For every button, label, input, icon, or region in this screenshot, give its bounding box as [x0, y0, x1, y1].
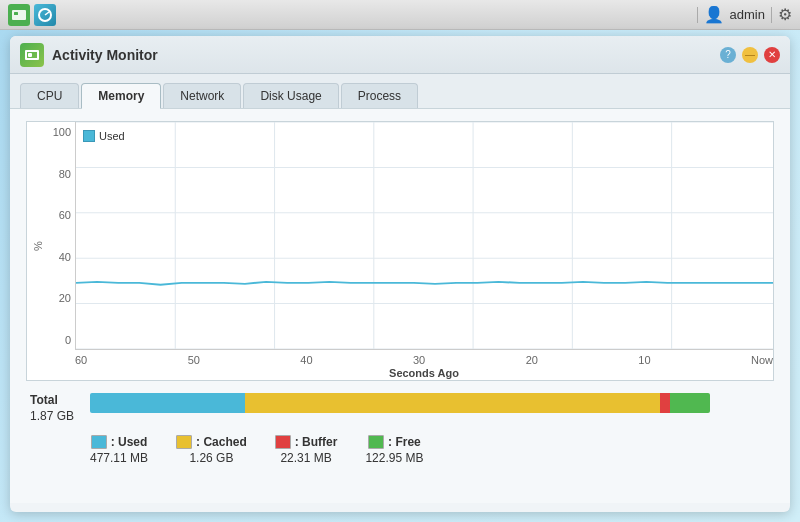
- legend-value-used: 477.11 MB: [90, 451, 148, 465]
- x-label-20: 20: [526, 354, 538, 366]
- legend-row-used: : Used: [91, 435, 148, 449]
- legend-value-free: 122.95 MB: [365, 451, 423, 465]
- legend-label-buffer: : Buffer: [295, 435, 338, 449]
- help-button[interactable]: ?: [720, 47, 736, 63]
- top-bar: 👤 admin ⚙: [0, 0, 800, 30]
- total-row: Total 1.87 GB: [30, 393, 770, 429]
- memory-bar: [90, 393, 710, 413]
- color-box-free: [368, 435, 384, 449]
- legend-row-cached: : Cached: [176, 435, 247, 449]
- memory-bar-free: [670, 393, 710, 413]
- x-label-40: 40: [300, 354, 312, 366]
- top-bar-divider: [697, 7, 698, 23]
- memory-bar-buffer: [660, 393, 669, 413]
- tab-network[interactable]: Network: [163, 83, 241, 108]
- tab-process[interactable]: Process: [341, 83, 418, 108]
- tab-bar: CPU Memory Network Disk Usage Process: [10, 74, 790, 109]
- username-label: admin: [730, 7, 765, 22]
- chart-svg: [76, 122, 773, 349]
- y-label-80: 80: [31, 168, 71, 180]
- y-axis-label: %: [32, 241, 44, 251]
- y-label-20: 20: [31, 292, 71, 304]
- legend-row-free: : Free: [368, 435, 421, 449]
- color-box-buffer: [275, 435, 291, 449]
- activity-monitor-window: Activity Monitor ? — ✕ CPU Memory Networ…: [10, 36, 790, 512]
- legend-item-buffer: : Buffer 22.31 MB: [275, 435, 338, 465]
- total-text-col: Total 1.87 GB: [30, 393, 90, 429]
- title-left: Activity Monitor: [20, 43, 158, 67]
- top-bar-divider2: [771, 7, 772, 23]
- y-label-40: 40: [31, 251, 71, 263]
- total-size: 1.87 GB: [30, 409, 90, 423]
- chart-svg-area: [75, 122, 773, 350]
- x-label-10: 10: [638, 354, 650, 366]
- user-icon: 👤: [704, 5, 724, 24]
- svg-rect-1: [14, 12, 18, 15]
- settings-icon[interactable]: ⚙: [778, 5, 792, 24]
- legend-label-used: : Used: [111, 435, 148, 449]
- app-icon-1[interactable]: [8, 4, 30, 26]
- app-logo-inner: [25, 50, 39, 60]
- legend-label-free: : Free: [388, 435, 421, 449]
- chart-y-axis: 100 80 60 40 20 0: [27, 122, 75, 350]
- x-axis-title: Seconds Ago: [75, 366, 773, 380]
- x-label-30: 30: [413, 354, 425, 366]
- color-box-used: [91, 435, 107, 449]
- y-label-100: 100: [31, 126, 71, 138]
- legend-value-buffer: 22.31 MB: [280, 451, 331, 465]
- memory-legend: : Used 477.11 MB : Cached 1.26 GB : Buff…: [90, 435, 770, 465]
- top-bar-right: 👤 admin ⚙: [697, 5, 792, 24]
- memory-line: [76, 282, 773, 285]
- legend-label-cached: : Cached: [196, 435, 247, 449]
- total-label: Total: [30, 393, 90, 407]
- memory-info-section: Total 1.87 GB : Used: [26, 393, 774, 465]
- color-box-cached: [176, 435, 192, 449]
- close-button[interactable]: ✕: [764, 47, 780, 63]
- minimize-button[interactable]: —: [742, 47, 758, 63]
- memory-chart: Used 100 80 60 40 20 0 %: [26, 121, 774, 381]
- memory-bar-cached: [245, 393, 660, 413]
- x-label-60: 60: [75, 354, 87, 366]
- top-bar-icons: [8, 4, 56, 26]
- tab-disk-usage[interactable]: Disk Usage: [243, 83, 338, 108]
- legend-item-cached: : Cached 1.26 GB: [176, 435, 247, 465]
- app-icon-2[interactable]: [34, 4, 56, 26]
- memory-bar-wrapper: [90, 393, 770, 423]
- window-controls: ? — ✕: [720, 47, 780, 63]
- chart-x-axis: 60 50 40 30 20 10 Now: [75, 354, 773, 366]
- legend-row-buffer: : Buffer: [275, 435, 338, 449]
- title-bar: Activity Monitor ? — ✕: [10, 36, 790, 74]
- window-title: Activity Monitor: [52, 47, 158, 63]
- memory-bar-used: [90, 393, 245, 413]
- content-area: Used 100 80 60 40 20 0 %: [10, 109, 790, 503]
- legend-item-free: : Free 122.95 MB: [365, 435, 423, 465]
- x-label-now: Now: [751, 354, 773, 366]
- y-label-0: 0: [31, 334, 71, 346]
- tab-cpu[interactable]: CPU: [20, 83, 79, 108]
- app-logo: [20, 43, 44, 67]
- legend-item-used: : Used 477.11 MB: [90, 435, 148, 465]
- tab-memory[interactable]: Memory: [81, 83, 161, 109]
- x-label-50: 50: [188, 354, 200, 366]
- legend-value-cached: 1.26 GB: [189, 451, 233, 465]
- y-label-60: 60: [31, 209, 71, 221]
- svg-rect-0: [12, 10, 26, 20]
